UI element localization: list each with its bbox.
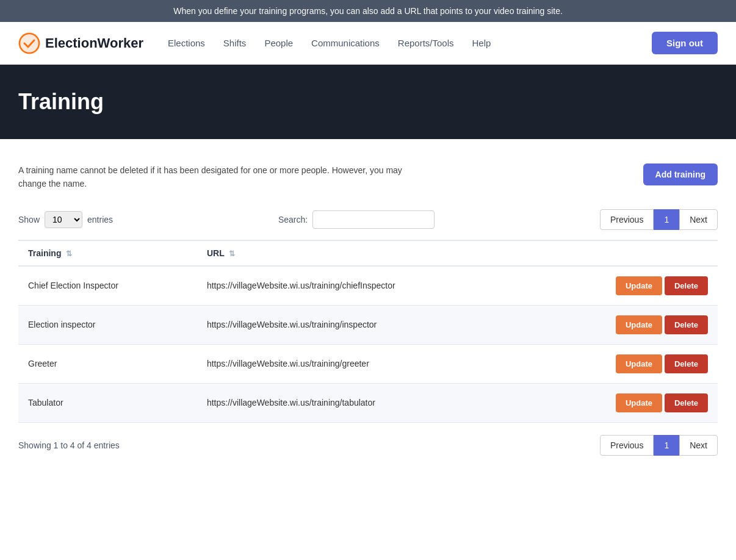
delete-button[interactable]: Delete xyxy=(665,393,708,412)
prev-button-bottom[interactable]: Previous xyxy=(600,435,654,456)
url-cell: https://villageWebsite.wi.us/training/ch… xyxy=(197,266,536,306)
next-button-bottom[interactable]: Next xyxy=(679,435,718,456)
nav-reports-tools[interactable]: Reports/Tools xyxy=(398,38,454,48)
add-training-button[interactable]: Add training xyxy=(643,163,718,185)
nav-links: Elections Shifts People Communications R… xyxy=(168,38,652,48)
brand-link[interactable]: ElectionWorker xyxy=(18,32,143,54)
show-label: Show xyxy=(18,215,40,224)
navbar: ElectionWorker Elections Shifts People C… xyxy=(0,22,736,65)
url-cell: https://villageWebsite.wi.us/training/ta… xyxy=(197,383,536,422)
pagination-bottom: Previous 1 Next xyxy=(600,435,718,456)
action-cell: UpdateDelete xyxy=(536,383,718,422)
update-button[interactable]: Update xyxy=(616,315,662,334)
table-row: Greeterhttps://villageWebsite.wi.us/trai… xyxy=(18,344,718,383)
info-text: A training name cannot be deleted if it … xyxy=(18,163,415,191)
url-cell: https://villageWebsite.wi.us/training/gr… xyxy=(197,344,536,383)
svg-point-0 xyxy=(18,32,40,54)
main-content: A training name cannot be deleted if it … xyxy=(0,139,736,480)
nav-communications[interactable]: Communications xyxy=(311,38,380,48)
training-cell: Greeter xyxy=(18,344,197,383)
delete-button[interactable]: Delete xyxy=(665,315,708,334)
delete-button[interactable]: Delete xyxy=(665,276,708,295)
banner-text: When you define your training programs, … xyxy=(173,6,563,16)
info-row: A training name cannot be deleted if it … xyxy=(18,163,718,191)
nav-shifts[interactable]: Shifts xyxy=(223,38,247,48)
page-title: Training xyxy=(18,89,718,115)
training-cell: Tabulator xyxy=(18,383,197,422)
controls-row-top: Show 10 25 50 100 entries Search: Previo… xyxy=(18,209,718,230)
brand-icon xyxy=(18,32,40,54)
prev-button-top[interactable]: Previous xyxy=(600,209,654,230)
update-button[interactable]: Update xyxy=(616,276,662,295)
col-url-label: URL xyxy=(207,248,225,258)
url-cell: https://villageWebsite.wi.us/training/in… xyxy=(197,305,536,344)
training-table: Training ⇅ URL ⇅ Chief Election Inspecto… xyxy=(18,240,718,423)
page-1-button-top[interactable]: 1 xyxy=(654,209,679,230)
training-cell: Election inspector xyxy=(18,305,197,344)
action-cell: UpdateDelete xyxy=(536,344,718,383)
col-url: URL ⇅ xyxy=(197,240,536,266)
show-entries: Show 10 25 50 100 entries xyxy=(18,211,113,228)
sign-out-button[interactable]: Sign out xyxy=(652,32,718,54)
table-body: Chief Election Inspectorhttps://villageW… xyxy=(18,266,718,423)
training-cell: Chief Election Inspector xyxy=(18,266,197,306)
update-button[interactable]: Update xyxy=(616,354,662,373)
sort-training-icon[interactable]: ⇅ xyxy=(66,249,72,258)
sort-url-icon[interactable]: ⇅ xyxy=(229,249,235,258)
search-label: Search: xyxy=(278,215,308,224)
brand-name: ElectionWorker xyxy=(45,35,143,51)
update-button[interactable]: Update xyxy=(616,393,662,412)
entries-label: entries xyxy=(87,215,113,224)
action-cell: UpdateDelete xyxy=(536,305,718,344)
pagination-top: Previous 1 Next xyxy=(600,209,718,230)
page-header: Training xyxy=(0,65,736,139)
table-row: Chief Election Inspectorhttps://villageW… xyxy=(18,266,718,306)
next-button-top[interactable]: Next xyxy=(679,209,718,230)
search-area: Search: xyxy=(278,210,435,229)
table-row: Election inspectorhttps://villageWebsite… xyxy=(18,305,718,344)
nav-elections[interactable]: Elections xyxy=(168,38,205,48)
entries-select[interactable]: 10 25 50 100 xyxy=(45,211,82,228)
top-banner: When you define your training programs, … xyxy=(0,0,736,22)
action-cell: UpdateDelete xyxy=(536,266,718,306)
nav-people[interactable]: People xyxy=(264,38,293,48)
page-1-button-bottom[interactable]: 1 xyxy=(654,435,679,456)
col-training: Training ⇅ xyxy=(18,240,197,266)
showing-text: Showing 1 to 4 of 4 entries xyxy=(18,440,120,450)
delete-button[interactable]: Delete xyxy=(665,354,708,373)
search-input[interactable] xyxy=(312,210,435,229)
footer-row: Showing 1 to 4 of 4 entries Previous 1 N… xyxy=(18,435,718,456)
col-training-label: Training xyxy=(28,248,61,258)
table-header-row: Training ⇅ URL ⇅ xyxy=(18,240,718,266)
nav-help[interactable]: Help xyxy=(472,38,491,48)
table-row: Tabulatorhttps://villageWebsite.wi.us/tr… xyxy=(18,383,718,422)
